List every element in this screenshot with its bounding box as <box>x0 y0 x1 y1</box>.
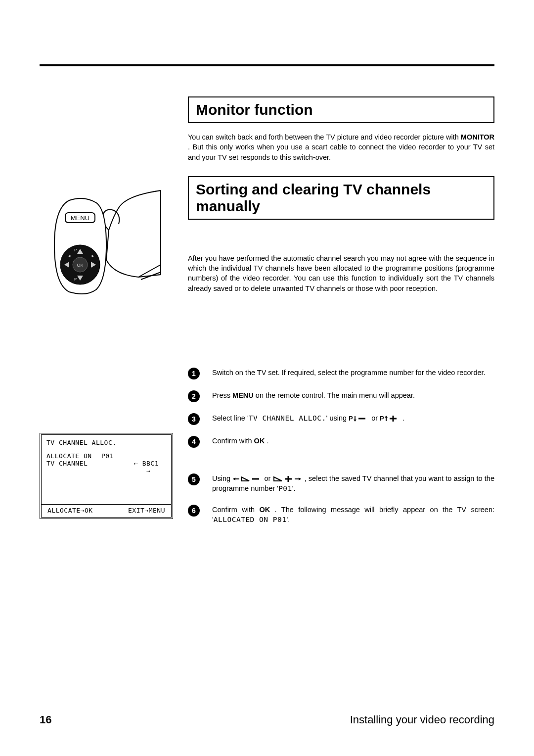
step-number-icon: 1 <box>188 368 200 379</box>
step-1: 1Switch on the TV set. If required, sele… <box>188 368 494 379</box>
svg-text:►: ► <box>91 254 95 258</box>
menu-label: MENU <box>71 214 89 222</box>
step-5: 5Using or , select the saved TV channel … <box>188 473 494 494</box>
step-number-icon: 5 <box>188 473 200 485</box>
step-3: 3Select line 'TV CHANNEL ALLOC.' using P… <box>188 413 494 425</box>
svg-marker-13 <box>354 420 356 422</box>
step-text: Select line 'TV CHANNEL ALLOC.' using P … <box>212 413 494 425</box>
osd-row1-right: P01 <box>101 452 131 460</box>
osd-title: TV CHANNEL ALLOC. <box>46 439 166 446</box>
svg-marker-21 <box>233 477 235 480</box>
svg-marker-17 <box>385 416 388 418</box>
step-text: Confirm with OK . The following message … <box>212 505 494 525</box>
top-rule <box>40 64 494 66</box>
monitor-paragraph: You can switch back and forth between th… <box>188 132 494 162</box>
step-text: Confirm with OK . <box>212 436 494 448</box>
step-6: 6Confirm with OK . The following message… <box>188 505 494 525</box>
svg-marker-22 <box>241 477 249 481</box>
footer-text: Installing your video recording <box>350 713 494 726</box>
remote-illustration: MENU OK ◄ ► P P <box>40 181 163 306</box>
step-text: Using or , select the saved TV channel t… <box>212 473 494 494</box>
svg-text:P: P <box>74 248 77 252</box>
osd-channel-value: BBC1 <box>142 460 159 467</box>
step-number-icon: 3 <box>188 413 200 425</box>
key-label: OK <box>254 437 265 445</box>
osd-text-inline: TV CHANNEL ALLOC. <box>249 414 326 422</box>
monitor-button-label: MONITOR <box>461 133 494 141</box>
step-number-icon: 4 <box>188 436 200 448</box>
osd-right-arrow-icon: ⇢ <box>146 467 150 474</box>
svg-text:◄: ◄ <box>67 254 71 258</box>
key-label: MENU <box>232 391 254 399</box>
step-number-icon: 6 <box>188 505 200 517</box>
tri-plus-right-icon <box>273 475 303 482</box>
step-text: Press MENU on the remote control. The ma… <box>212 390 494 402</box>
page-number: 16 <box>40 713 51 726</box>
osd-left-arrow-icon: ⇠ <box>134 460 138 467</box>
svg-marker-24 <box>274 477 282 481</box>
heading-sorting: Sorting and clearing TV channels manuall… <box>188 176 494 220</box>
step-4: 4Confirm with OK . <box>188 436 494 448</box>
svg-marker-28 <box>299 477 301 480</box>
osd-row2-left: TV CHANNEL <box>46 460 98 474</box>
page-footer: 16 Installing your video recording <box>40 713 494 726</box>
svg-text:P: P <box>74 277 77 282</box>
osd-text-inline: ALLOCATED ON P01 <box>214 516 287 523</box>
osd-screen: TV CHANNEL ALLOC. ALLOCATE ON P01 TV CHA… <box>40 433 173 519</box>
left-tri-minus-icon <box>232 475 262 482</box>
step-number-icon: 2 <box>188 390 200 402</box>
p-up-plus-icon: P <box>380 415 400 422</box>
osd-footer-right: EXIT⇢MENU <box>128 507 165 514</box>
svg-text:P: P <box>349 415 353 422</box>
osd-row1-left: ALLOCATE ON <box>46 452 98 460</box>
steps-list: 1Switch on the TV set. If required, sele… <box>188 368 494 524</box>
heading-monitor: Monitor function <box>188 96 494 123</box>
step-text: Switch on the TV set. If required, selec… <box>212 368 494 379</box>
osd-footer-left: ALLOCATE⇢OK <box>47 507 93 514</box>
step-2: 2Press MENU on the remote control. The m… <box>188 390 494 402</box>
svg-text:P: P <box>380 415 384 422</box>
ok-label: OK <box>77 263 83 268</box>
key-label: OK <box>259 506 270 514</box>
osd-text-inline: P01 <box>278 484 292 492</box>
p-down-minus-icon: P <box>349 415 369 422</box>
sorting-paragraph: After you have performed the automatic c… <box>188 253 494 293</box>
